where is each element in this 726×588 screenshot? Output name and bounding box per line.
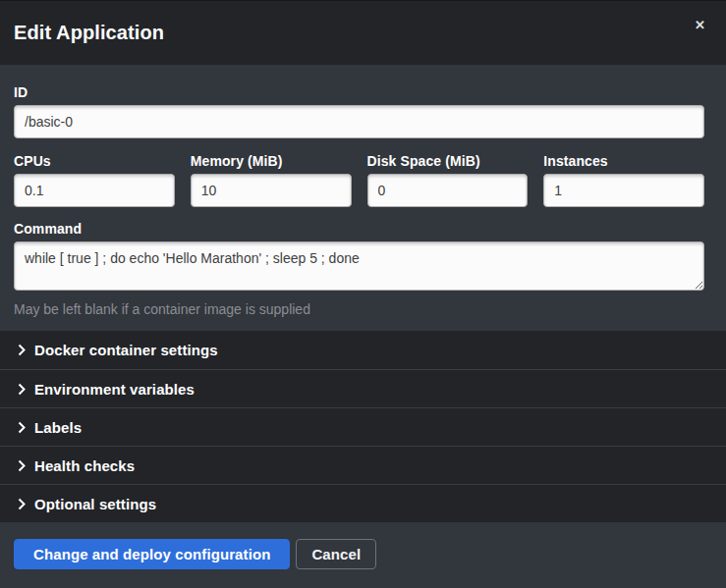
cpus-input[interactable] bbox=[14, 174, 175, 207]
id-label: ID bbox=[14, 84, 704, 100]
command-textarea[interactable]: while [ true ] ; do echo 'Hello Marathon… bbox=[14, 241, 704, 291]
command-field-group: Command while [ true ] ; do echo 'Hello … bbox=[14, 221, 704, 317]
instances-input[interactable] bbox=[543, 174, 704, 207]
modal-body: ID CPUs Memory (MiB) Disk Space (MiB) In… bbox=[0, 65, 726, 317]
section-environment-variables[interactable]: Environment variables bbox=[0, 369, 726, 407]
section-docker-container-settings[interactable]: Docker container settings bbox=[0, 331, 726, 369]
memory-input[interactable] bbox=[191, 174, 352, 207]
edit-application-modal: Edit Application ✕ ID CPUs Memory (MiB) … bbox=[0, 0, 726, 588]
disk-space-label: Disk Space (MiB) bbox=[367, 153, 529, 169]
chevron-right-icon bbox=[18, 421, 26, 434]
change-and-deploy-button[interactable]: Change and deploy configuration bbox=[14, 539, 290, 569]
memory-field-group: Memory (MiB) bbox=[191, 153, 352, 207]
modal-header: Edit Application ✕ bbox=[0, 1, 726, 65]
section-optional-settings[interactable]: Optional settings bbox=[0, 484, 726, 522]
command-help-text: May be left blank if a container image i… bbox=[14, 301, 704, 317]
section-label: Health checks bbox=[34, 457, 135, 474]
section-labels[interactable]: Labels bbox=[0, 407, 726, 446]
modal-footer: Change and deploy configuration Cancel bbox=[0, 522, 726, 588]
close-icon[interactable]: ✕ bbox=[691, 15, 709, 35]
instances-label: Instances bbox=[543, 153, 704, 169]
resources-row: CPUs Memory (MiB) Disk Space (MiB) Insta… bbox=[14, 153, 704, 207]
instances-field-group: Instances bbox=[543, 153, 704, 207]
cpus-field-group: CPUs bbox=[14, 153, 175, 207]
disk-field-group: Disk Space (MiB) bbox=[367, 153, 529, 207]
chevron-right-icon bbox=[18, 459, 26, 472]
modal-title: Edit Application bbox=[14, 22, 164, 44]
section-health-checks[interactable]: Health checks bbox=[0, 446, 726, 484]
chevron-right-icon bbox=[18, 498, 26, 510]
chevron-right-icon bbox=[18, 344, 26, 356]
chevron-right-icon bbox=[18, 383, 26, 396]
cpus-label: CPUs bbox=[14, 153, 175, 169]
accordion-sections: Docker container settings Environment va… bbox=[0, 331, 726, 522]
section-label: Environment variables bbox=[34, 381, 195, 398]
section-label: Labels bbox=[34, 419, 82, 436]
section-label: Docker container settings bbox=[34, 342, 218, 358]
cancel-button[interactable]: Cancel bbox=[296, 539, 376, 569]
id-field-group: ID bbox=[14, 84, 704, 138]
id-input[interactable] bbox=[14, 105, 704, 138]
section-label: Optional settings bbox=[34, 496, 156, 512]
memory-label: Memory (MiB) bbox=[191, 153, 352, 169]
disk-space-input[interactable] bbox=[367, 174, 529, 207]
command-label: Command bbox=[14, 221, 704, 237]
